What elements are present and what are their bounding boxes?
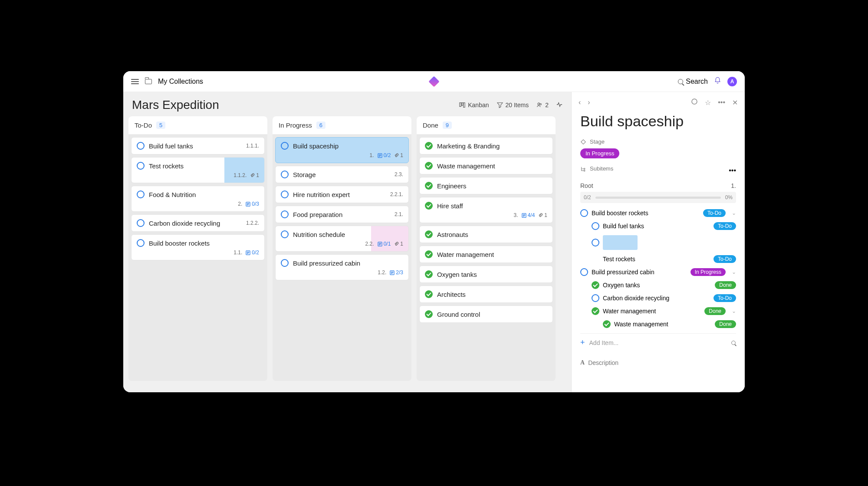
kanban-card[interactable]: Water management: [419, 246, 553, 263]
search-subitem-icon[interactable]: [731, 341, 736, 345]
card-number: 1.1.2.: [233, 172, 247, 178]
status-circle-icon[interactable]: [691, 98, 698, 107]
kanban-card[interactable]: Hire nutrition expert2.2.1.: [275, 186, 409, 203]
nav-forward-icon[interactable]: ›: [588, 99, 590, 106]
detail-title[interactable]: Build spaceship: [580, 113, 736, 130]
subitem[interactable]: Build fuel tanksTo-Do: [580, 220, 736, 233]
kanban-card[interactable]: Nutrition schedule2.2. 0/11: [275, 226, 409, 252]
chevron-down-icon[interactable]: ⌄: [732, 210, 736, 216]
check-icon[interactable]: [425, 290, 433, 298]
column-header[interactable]: To-Do5: [128, 116, 267, 135]
chevron-down-icon[interactable]: ⌄: [732, 308, 736, 314]
view-kanban[interactable]: Kanban: [459, 102, 489, 108]
stage-pill[interactable]: Done: [715, 320, 736, 328]
nav-back-icon[interactable]: ‹: [579, 99, 581, 106]
check-icon[interactable]: [425, 230, 433, 238]
column-header[interactable]: Done9: [417, 116, 556, 135]
circle-icon[interactable]: [281, 230, 289, 238]
check-icon[interactable]: [592, 307, 599, 315]
card-title: Astronauts: [437, 231, 547, 238]
root-row[interactable]: Root1.: [580, 180, 736, 192]
search-button[interactable]: Search: [678, 78, 708, 85]
kanban-card[interactable]: Astronauts: [419, 226, 553, 243]
stage-pill[interactable]: In Progress: [690, 268, 726, 276]
subitem[interactable]: Build pressurized cabinIn Progress⌄: [580, 266, 736, 279]
close-icon[interactable]: ✕: [732, 99, 738, 107]
circle-icon[interactable]: [580, 209, 588, 217]
kanban-card[interactable]: Build spaceship1. 0/21: [275, 137, 409, 163]
circle-icon[interactable]: [137, 219, 145, 227]
subitem[interactable]: Oxygen tanksDone: [580, 279, 736, 292]
circle-icon[interactable]: [137, 190, 145, 198]
circle-icon[interactable]: [281, 190, 289, 198]
filter-items[interactable]: 20 Items: [497, 102, 529, 108]
check-icon[interactable]: [425, 270, 433, 278]
circle-icon[interactable]: [137, 239, 145, 247]
stage-pill[interactable]: Done: [704, 307, 726, 315]
check-icon[interactable]: [425, 310, 433, 318]
subitem[interactable]: Carbon dioxide recyclingTo-Do: [580, 292, 736, 305]
check-icon[interactable]: [425, 142, 433, 150]
kanban-card[interactable]: Food preparation2.1.: [275, 206, 409, 223]
subitem[interactable]: Water managementDone⌄: [580, 305, 736, 318]
circle-icon[interactable]: [580, 268, 588, 276]
svg-point-3: [538, 103, 539, 105]
check-icon[interactable]: [425, 250, 433, 258]
activity-icon[interactable]: [556, 102, 562, 109]
card-title: Build fuel tanks: [149, 142, 242, 150]
collections-label[interactable]: My Collections: [158, 78, 203, 85]
more-icon[interactable]: •••: [718, 99, 725, 106]
stage-value[interactable]: In Progress: [580, 148, 619, 158]
star-icon[interactable]: ☆: [705, 99, 711, 107]
kanban-card[interactable]: Engineers: [419, 177, 553, 194]
kanban-card[interactable]: Waste management: [419, 157, 553, 174]
subitem[interactable]: Build booster rocketsTo-Do⌄: [580, 207, 736, 220]
circle-icon[interactable]: [281, 210, 289, 218]
kanban-card[interactable]: Build booster rockets1.1. 0/2: [131, 234, 265, 260]
check-icon[interactable]: [425, 162, 433, 170]
circle-icon[interactable]: [592, 239, 599, 246]
chevron-down-icon[interactable]: ⌄: [732, 269, 736, 275]
people-count[interactable]: 2: [536, 102, 549, 108]
add-item[interactable]: +Add Item...: [580, 333, 736, 351]
circle-icon[interactable]: [137, 162, 145, 170]
circle-icon[interactable]: [592, 222, 599, 230]
kanban-card[interactable]: Marketing & Branding: [419, 137, 553, 154]
kanban-card[interactable]: Build pressurized cabin1.2. 2/3: [275, 254, 409, 280]
circle-icon[interactable]: [281, 259, 289, 267]
stage-pill[interactable]: To-Do: [703, 209, 726, 217]
stage-pill[interactable]: To-Do: [713, 294, 736, 302]
circle-icon[interactable]: [281, 142, 289, 150]
notifications-icon[interactable]: [714, 77, 721, 86]
column-header[interactable]: In Progress6: [273, 116, 411, 135]
kanban-card[interactable]: Test rockets1.1.2.1: [131, 157, 265, 183]
subitems-more-icon[interactable]: •••: [729, 167, 736, 174]
kanban-card[interactable]: Oxygen tanks: [419, 266, 553, 283]
kanban-card[interactable]: Ground control: [419, 305, 553, 323]
check-icon[interactable]: [425, 202, 433, 210]
card-title: Water management: [437, 251, 547, 258]
kanban-card[interactable]: Storage2.3.: [275, 166, 409, 183]
circle-icon[interactable]: [592, 294, 599, 302]
subitem[interactable]: Waste managementDone: [580, 318, 736, 331]
menu-icon[interactable]: [131, 79, 139, 84]
stage-field-label: Stage: [580, 138, 736, 145]
stage-pill[interactable]: To-Do: [713, 255, 736, 263]
description-field[interactable]: ADescription: [580, 359, 736, 366]
subitem-thumb[interactable]: [580, 233, 736, 253]
stage-pill[interactable]: To-Do: [713, 222, 736, 230]
circle-icon[interactable]: [137, 142, 145, 150]
avatar[interactable]: A: [727, 77, 737, 86]
check-icon[interactable]: [592, 281, 599, 289]
circle-icon[interactable]: [281, 171, 289, 178]
subitem[interactable]: Test rocketsTo-Do: [580, 253, 736, 266]
scrollbar[interactable]: [123, 388, 571, 392]
kanban-card[interactable]: Food & Nutrition2. 0/3: [131, 186, 265, 212]
kanban-card[interactable]: Hire staff3. 4/41: [419, 197, 553, 223]
kanban-card[interactable]: Build fuel tanks1.1.1.: [131, 137, 265, 154]
stage-pill[interactable]: Done: [715, 281, 736, 289]
kanban-card[interactable]: Architects: [419, 286, 553, 303]
check-icon[interactable]: [425, 182, 433, 190]
check-icon[interactable]: [603, 320, 611, 328]
kanban-card[interactable]: Carbon dioxide recycling1.2.2.: [131, 214, 265, 232]
